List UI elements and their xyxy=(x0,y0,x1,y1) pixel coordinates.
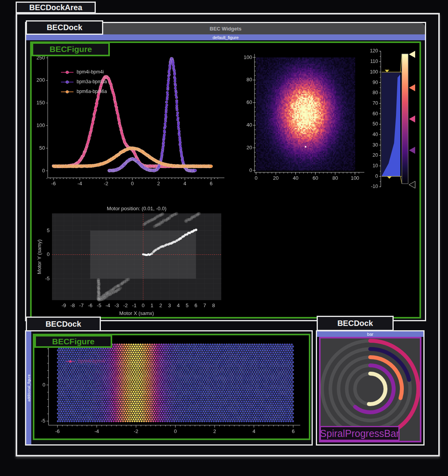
dock-handle-title: default_figure xyxy=(213,35,239,40)
histogram-lut-colorbar[interactable] xyxy=(367,46,421,191)
spiral-progress-arc xyxy=(369,374,385,404)
dock-drag-handle-default-figure[interactable]: default_figure xyxy=(26,34,425,40)
dock-label-bottom-left[interactable]: BECDock xyxy=(26,317,101,331)
gaussian-waveform-plot[interactable] xyxy=(32,46,228,188)
spiral-progress-label-text: SpiralProgressBar xyxy=(320,428,400,439)
dock-drag-handle-bar[interactable]: bar xyxy=(317,331,423,337)
dock-label-top[interactable]: BECDock xyxy=(26,20,103,35)
dock-tab-title: BEC Widgets xyxy=(210,26,242,32)
spiral-progress-label: SpiralProgressBar xyxy=(320,426,400,441)
figure-label-bottom-text: BECFigure xyxy=(52,337,95,346)
dock-handle-additional-title: additional_figure xyxy=(27,374,31,402)
dock-area-title-text: BECDockArea xyxy=(29,3,82,12)
motor-position-plot[interactable] xyxy=(34,204,232,318)
dock-area-title: BECDockArea xyxy=(16,2,96,13)
dock-drag-handle-additional-figure[interactable]: additional_figure xyxy=(26,331,31,444)
dock-label-top-text: BECDock xyxy=(47,23,82,32)
bec-dock-area-window: BECDockArea BEC Widgets default_figure B… xyxy=(0,0,448,476)
dock-label-bottom-right-text: BECDock xyxy=(337,319,373,328)
dock-handle-bar-title: bar xyxy=(367,332,373,336)
scan-image-plot[interactable] xyxy=(235,46,367,190)
waterfall-scan-plot[interactable] xyxy=(35,336,309,438)
dock-label-bottom-right[interactable]: BECDock xyxy=(317,316,394,331)
dock-label-bottom-left-text: BECDock xyxy=(45,320,81,329)
figure-label-top: BECFigure xyxy=(32,42,110,56)
spiral-progress-rings xyxy=(321,338,420,441)
figure-label-bottom: BECFigure xyxy=(34,335,112,348)
figure-label-top-text: BECFigure xyxy=(50,45,92,54)
